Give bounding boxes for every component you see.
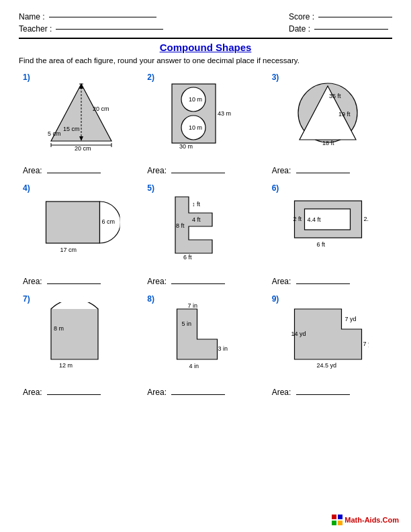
name-label: Name : — [19, 12, 45, 21]
area-label-8: Area: — [147, 388, 167, 397]
label-19ft: 19 ft — [338, 111, 351, 118]
label-43m: 43 m — [218, 110, 231, 117]
figure-2-svg: 10 m 10 m 43 m 30 m — [169, 81, 242, 151]
label-10m-bot: 10 m — [189, 124, 202, 131]
label-17cm: 17 cm — [60, 247, 77, 253]
area-line-7[interactable] — [47, 394, 101, 395]
figure-9-svg: 14 yd 7 yd 7 yd 24.5 yd — [291, 302, 369, 373]
problem-5: 5) 8 ft ↕ ft 4 ft 6 ft Area: — [143, 181, 267, 292]
problem-9-num: 9) — [272, 294, 279, 304]
problem-9: 9) 14 yd 7 yd 7 yd 24.5 yd Area: — [268, 292, 392, 402]
name-line[interactable] — [49, 17, 156, 17]
brand-icon — [332, 515, 342, 525]
label-8ft: 8 ft — [176, 222, 185, 229]
area-8: Area: — [147, 388, 225, 397]
problem-1: 1) 20 cm 15 cm 5 cm 20 — [19, 70, 143, 181]
problem-7-num: 7) — [23, 294, 30, 304]
problem-4: 4) 6 cm 17 cm Area: — [19, 181, 143, 292]
label-12m: 12 m — [59, 362, 73, 369]
problem-8-num: 8) — [147, 294, 154, 304]
label-7yd-right: 7 yd — [363, 341, 369, 347]
brand-container: Math-Aids.Com — [332, 515, 399, 527]
figure-6: 4.4 ft 2.4 ft 2 ft 6 ft — [291, 194, 369, 257]
teacher-line[interactable] — [56, 29, 163, 30]
header-left: Name : Teacher : — [19, 12, 163, 34]
problem-5-num: 5) — [147, 183, 154, 193]
label-7yd-top: 7 yd — [345, 316, 357, 322]
label-20cm: 20 cm — [93, 105, 109, 112]
score-line[interactable] — [318, 17, 392, 17]
label-2ft: 2 ft — [293, 216, 302, 222]
label-24.5yd: 24.5 yd — [317, 362, 337, 369]
area-9: Area: — [272, 388, 350, 397]
area-label-5: Area: — [147, 277, 167, 286]
problem-7: 7) 8 m 12 m Area: — [19, 292, 143, 402]
area-6: Area: — [272, 277, 350, 286]
area-line-5[interactable] — [171, 283, 225, 284]
area-line-6[interactable] — [296, 283, 350, 284]
label-18ft: 18 ft — [322, 140, 334, 146]
label-5in: 5 in — [181, 320, 191, 327]
label-14yd: 14 yd — [291, 330, 306, 337]
problem-2-num: 2) — [147, 73, 154, 82]
label-4ft-mid: 4 ft — [192, 216, 201, 223]
area-7: Area: — [23, 388, 101, 397]
svg-marker-18 — [177, 309, 217, 359]
problem-6-num: 6) — [272, 183, 279, 193]
figure-1-svg: 20 cm 15 cm 5 cm 20 cm — [44, 81, 118, 151]
area-label-3: Area: — [272, 166, 291, 175]
header: Name : Teacher : Score : Date : — [19, 12, 392, 34]
figure-3: 35 ft 19 ft 18 ft — [293, 79, 367, 152]
date-line[interactable] — [314, 29, 388, 30]
svg-rect-13 — [46, 202, 99, 243]
label-7in: 7 in — [187, 302, 197, 309]
problem-4-num: 4) — [23, 183, 30, 193]
teacher-row: Teacher : — [19, 24, 163, 34]
area-label-9: Area: — [272, 388, 291, 397]
label-30m: 30 m — [179, 143, 193, 150]
label-35ft: 35 ft — [329, 93, 341, 99]
label-6cm: 6 cm — [101, 218, 115, 225]
label-8m: 8 m — [54, 325, 64, 332]
date-label: Date : — [289, 24, 310, 34]
figure-5-svg: 8 ft ↕ ft 4 ft 6 ft — [169, 191, 242, 262]
brand-logo: Math-Aids.Com — [332, 515, 399, 525]
label-6ft: 6 ft — [183, 254, 192, 261]
figure-8: 5 in 7 in 3 in 4 in — [167, 302, 244, 375]
label-4.4ft: 4.4 ft — [308, 216, 322, 223]
area-4: Area: — [23, 277, 101, 286]
score-label: Score : — [289, 12, 314, 21]
problem-3-num: 3) — [272, 73, 279, 82]
page-title: Compound Shapes — [19, 42, 392, 53]
problem-3: 3) 35 ft 19 ft 18 ft Area: — [268, 70, 392, 181]
area-line-8[interactable] — [171, 394, 225, 395]
area-5: Area: — [147, 277, 225, 286]
area-label-1: Area: — [23, 166, 42, 175]
area-label-2: Area: — [147, 166, 167, 175]
svg-rect-23 — [338, 521, 342, 525]
area-1: Area: — [23, 166, 101, 175]
svg-rect-22 — [332, 521, 336, 525]
figure-9: 14 yd 7 yd 7 yd 24.5 yd — [291, 302, 369, 375]
problem-1-num: 1) — [23, 73, 30, 82]
area-label-4: Area: — [23, 277, 42, 286]
svg-rect-20 — [332, 515, 336, 519]
area-line-2[interactable] — [171, 173, 225, 173]
label-10m-top: 10 m — [189, 96, 202, 103]
score-row: Score : — [289, 12, 392, 21]
label-15cm: 15 cm — [63, 126, 80, 132]
problem-2: 2) 10 m 10 m 43 m 30 m Area: — [143, 70, 267, 181]
area-line-4[interactable] — [47, 283, 101, 284]
problem-6: 6) 4.4 ft 2.4 ft 2 ft 6 ft Area: — [268, 181, 392, 292]
area-3: Area: — [272, 166, 350, 175]
area-label-7: Area: — [23, 388, 42, 397]
area-line-3[interactable] — [296, 173, 350, 173]
area-line-1[interactable] — [47, 173, 101, 173]
problems-grid: 1) 20 cm 15 cm 5 cm 20 — [19, 70, 392, 402]
teacher-label: Teacher : — [19, 24, 52, 34]
label-5cm: 5 cm — [48, 130, 61, 137]
area-2: Area: — [147, 166, 225, 175]
figure-5: 8 ft ↕ ft 4 ft 6 ft — [169, 191, 242, 264]
area-line-9[interactable] — [296, 394, 350, 395]
date-row: Date : — [289, 24, 392, 34]
